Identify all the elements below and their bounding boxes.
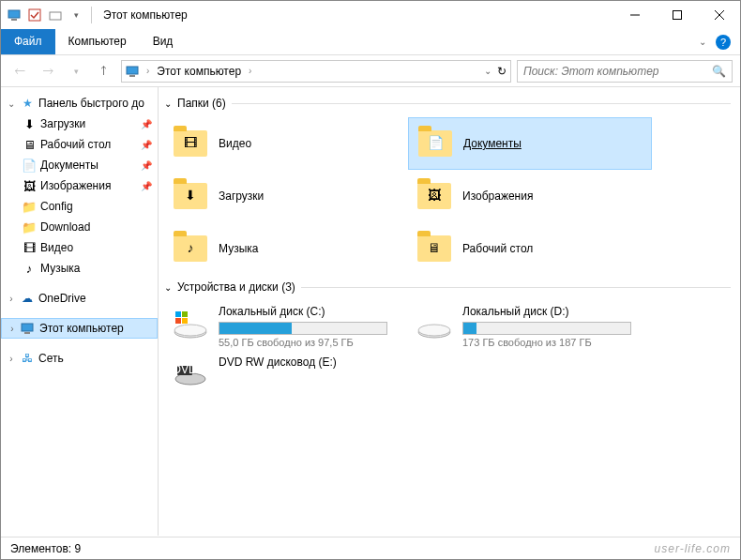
network-icon: 🖧	[20, 351, 35, 366]
sidebar-item-1[interactable]: 🖥Рабочий стол📌	[1, 134, 158, 155]
content-pane: ⌄ Папки (6) 🎞Видео📄Документы⬇Загрузки🖼Из…	[159, 87, 740, 536]
svg-rect-8	[127, 67, 138, 74]
music-icon: ♪	[172, 230, 209, 267]
help-icon[interactable]: ?	[716, 35, 731, 50]
search-box[interactable]: 🔍	[517, 60, 733, 83]
star-icon: ★	[20, 96, 35, 111]
svg-rect-13	[182, 311, 188, 317]
drive-icon: DVD	[172, 356, 209, 393]
svg-rect-2	[29, 9, 40, 21]
pin-icon: 📌	[141, 160, 152, 171]
svg-rect-12	[175, 311, 181, 317]
video-icon: 🎞	[22, 240, 37, 255]
breadcrumb[interactable]: Этот компьютер	[155, 65, 243, 78]
sidebar-quick-access[interactable]: ⌄ ★ Панель быстрого до	[1, 93, 158, 114]
pc-icon	[21, 321, 36, 336]
ribbon-tabs: Файл Компьютер Вид ⌄ ?	[1, 29, 740, 55]
folder-icon: 📁	[22, 199, 37, 214]
title-bar: ▾ Этот компьютер	[1, 1, 740, 29]
desktop-icon: 🖥	[22, 137, 37, 152]
status-text: Элементов: 9	[10, 542, 81, 555]
maximize-button[interactable]	[656, 1, 698, 29]
svg-rect-15	[182, 318, 188, 324]
forward-button[interactable]: 🡒	[37, 60, 59, 83]
back-button[interactable]: 🡐	[8, 60, 31, 83]
minimize-button[interactable]	[613, 1, 656, 29]
sidebar-item-4[interactable]: 📁Config	[1, 196, 158, 217]
svg-rect-5	[673, 11, 681, 20]
desktop-icon: 🖥	[416, 230, 453, 267]
tab-view[interactable]: Вид	[140, 29, 187, 54]
drive-icon	[416, 305, 453, 342]
doc-icon: 📄	[416, 125, 454, 162]
sidebar-this-pc[interactable]: › Этот компьютер	[1, 318, 158, 339]
svg-rect-3	[50, 12, 61, 20]
navigation-pane: ⌄ ★ Панель быстрого до ⬇Загрузки📌🖥Рабочи…	[1, 87, 159, 536]
refresh-icon[interactable]: ↻	[497, 65, 507, 78]
img-icon: 🖼	[416, 177, 453, 215]
sidebar-item-0[interactable]: ⬇Загрузки📌	[1, 114, 158, 134]
group-drives-header[interactable]: ⌄ Устройства и диски (3)	[164, 280, 731, 294]
folder-item-doc[interactable]: 📄Документы	[408, 117, 652, 170]
sidebar-item-5[interactable]: 📁Download	[1, 217, 158, 237]
search-icon[interactable]: 🔍	[712, 65, 726, 78]
download-icon: ⬇	[172, 177, 209, 215]
tab-file[interactable]: Файл	[1, 29, 55, 54]
pin-icon: 📌	[141, 181, 152, 191]
doc-icon: 📄	[22, 158, 37, 173]
new-folder-icon[interactable]	[48, 8, 63, 23]
drive-usage-bar	[462, 322, 631, 335]
group-folders-header[interactable]: ⌄ Папки (6)	[164, 97, 731, 110]
folder-item-video[interactable]: 🎞Видео	[164, 117, 408, 170]
download-icon: ⬇	[22, 116, 37, 131]
sidebar-item-6[interactable]: 🎞Видео	[1, 237, 158, 258]
pin-icon: 📌	[141, 140, 152, 150]
svg-rect-9	[129, 75, 135, 77]
search-input[interactable]	[523, 65, 712, 78]
svg-point-17	[174, 325, 206, 336]
folder-item-music[interactable]: ♪Музыка	[164, 222, 408, 275]
recent-dropdown[interactable]: ▾	[65, 60, 87, 83]
svg-rect-11	[24, 332, 30, 334]
drive-item-0[interactable]: Локальный диск (C:)55,0 ГБ свободно из 9…	[164, 301, 408, 352]
sidebar-item-3[interactable]: 🖼Изображения📌	[1, 175, 158, 196]
svg-rect-10	[22, 324, 33, 331]
svg-text:DVD: DVD	[173, 363, 197, 376]
status-bar: Элементов: 9 user-life.com	[1, 537, 740, 559]
drive-item-2[interactable]: DVDDVD RW дисковод (E:)	[164, 352, 408, 397]
svg-point-19	[418, 325, 450, 336]
folder-icon: 📁	[22, 219, 37, 235]
address-dropdown-icon[interactable]: ⌄	[484, 66, 491, 76]
properties-icon[interactable]	[27, 8, 42, 23]
onedrive-icon: ☁	[20, 291, 35, 306]
pc-icon	[7, 8, 22, 23]
folder-item-desktop[interactable]: 🖥Рабочий стол	[408, 222, 652, 275]
up-button[interactable]: 🡑	[93, 60, 115, 83]
drive-usage-bar	[219, 322, 387, 335]
folder-item-download[interactable]: ⬇Загрузки	[164, 170, 408, 222]
sidebar-onedrive[interactable]: › ☁ OneDrive	[1, 288, 158, 309]
svg-rect-1	[11, 19, 17, 21]
drive-item-1[interactable]: Локальный диск (D:)173 ГБ свободно из 18…	[408, 301, 652, 352]
folder-item-img[interactable]: 🖼Изображения	[408, 170, 652, 222]
watermark: user-life.com	[655, 542, 731, 555]
ribbon-expand-icon[interactable]: ⌄	[699, 37, 706, 47]
sidebar-item-7[interactable]: ♪Музыка	[1, 258, 158, 279]
drive-icon	[172, 305, 209, 342]
svg-rect-14	[175, 318, 181, 324]
music-icon: ♪	[22, 261, 37, 276]
svg-rect-0	[8, 10, 20, 18]
pin-icon: 📌	[141, 119, 152, 129]
address-bar[interactable]: › Этот компьютер › ⌄ ↻	[121, 60, 511, 83]
qat-dropdown-icon[interactable]: ▾	[68, 8, 83, 23]
tab-computer[interactable]: Компьютер	[55, 29, 140, 54]
close-button[interactable]	[698, 1, 740, 29]
pc-icon	[126, 65, 141, 78]
window-title: Этот компьютер	[103, 8, 188, 22]
sidebar-item-2[interactable]: 📄Документы📌	[1, 155, 158, 175]
img-icon: 🖼	[22, 178, 37, 193]
sidebar-network[interactable]: › 🖧 Сеть	[1, 348, 158, 369]
navigation-bar: 🡐 🡒 ▾ 🡑 › Этот компьютер › ⌄ ↻ 🔍	[1, 55, 740, 87]
video-icon: 🎞	[172, 125, 209, 162]
